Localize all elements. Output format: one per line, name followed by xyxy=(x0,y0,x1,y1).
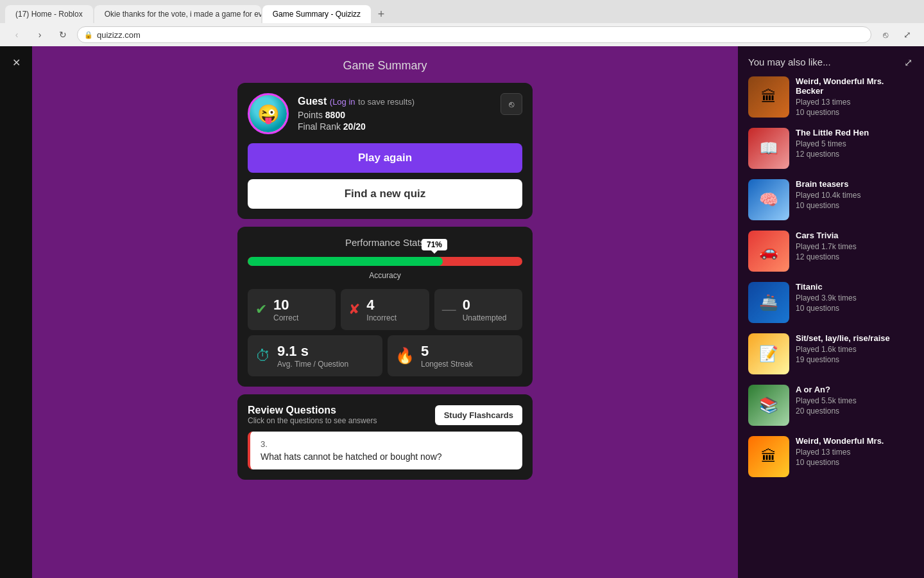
question-text: What hats cannot be hatched or bought no… xyxy=(261,451,512,462)
stat-incorrect-info: 4 Incorrect xyxy=(366,297,397,322)
performance-section: Performance Stats 71% Accuracy ✔ 10 Corr… xyxy=(237,227,533,387)
rec-played-titanic: Played 3.9k times xyxy=(796,293,914,302)
points-row: Points 8800 xyxy=(298,110,492,120)
correct-number: 10 xyxy=(273,297,298,313)
question-preview[interactable]: 3. What hats cannot be hatched or bought… xyxy=(248,432,522,469)
reload-button[interactable]: ↻ xyxy=(54,26,72,44)
incorrect-label: Incorrect xyxy=(366,313,397,322)
rec-thumb-titanic: 🚢 xyxy=(748,282,789,323)
rec-questions-weird-wonderful-2: 10 questions xyxy=(796,458,914,467)
question-number: 3. xyxy=(261,439,512,449)
study-flashcards-button[interactable]: Study Flashcards xyxy=(435,405,522,425)
tab-bar: (17) Home - Roblox Okie thanks for the v… xyxy=(0,0,924,23)
rec-thumb-cars-trivia: 🚗 xyxy=(748,231,789,272)
rec-questions-a-or-an: 20 questions xyxy=(796,407,914,416)
forward-button[interactable]: › xyxy=(31,26,49,44)
rec-name-brain-teasers: Brain teasers xyxy=(796,179,914,189)
summary-card: 😜 Guest (Log in to save results) Points … xyxy=(237,83,533,219)
right-sidebar: You may also like... 🏛 Weird, Wonderful … xyxy=(738,46,924,578)
share-icon: ⎋ xyxy=(509,99,514,109)
performance-title: Performance Stats xyxy=(248,237,522,248)
correct-icon: ✔ xyxy=(255,301,267,318)
rec-questions-weird-wonderful: 10 questions xyxy=(796,108,914,117)
stat-avg-time: ⏱ 9.1 s Avg. Time / Question xyxy=(248,335,382,376)
rec-thumb-weird-wonderful-2: 🏛 xyxy=(748,436,789,477)
rec-thumb-weird-wonderful: 🏛 xyxy=(748,76,789,118)
back-button[interactable]: ‹ xyxy=(8,26,26,44)
rec-item-a-or-an[interactable]: 📚 A or An? Played 5.5k times 20 question… xyxy=(748,385,914,426)
streak-number: 5 xyxy=(421,343,473,360)
review-subtitle: Click on the questions to see answers xyxy=(248,416,377,425)
avg-time-number: 9.1 s xyxy=(277,343,348,360)
user-row: 😜 Guest (Log in to save results) Points … xyxy=(248,93,522,134)
rec-questions-titanic: 10 questions xyxy=(796,304,914,313)
points-value: 8800 xyxy=(325,110,345,120)
url-text: quizizz.com xyxy=(97,30,141,40)
fullscreen-nav-button[interactable]: ⤢ xyxy=(898,26,916,44)
rec-item-little-red-hen[interactable]: 📖 The Little Red Hen Played 5 times 12 q… xyxy=(748,128,914,169)
share-nav-button[interactable]: ⎋ xyxy=(877,26,894,44)
rec-played-weird-wonderful-2: Played 13 times xyxy=(796,448,914,457)
rec-played-brain-teasers: Played 10.4k times xyxy=(796,191,914,200)
rec-item-sit-set[interactable]: 📝 Sit/set, lay/lie, rise/raise Played 1.… xyxy=(748,333,914,374)
tab-game[interactable]: Okie thanks for the vote, i made a game … xyxy=(94,5,261,23)
rec-name-a-or-an: A or An? xyxy=(796,385,914,394)
center-content: Game Summary 😜 Guest (Log in to save res… xyxy=(32,46,738,578)
lock-icon: 🔒 xyxy=(84,31,93,39)
rec-played-a-or-an: Played 5.5k times xyxy=(796,396,914,405)
page-title: Game Summary xyxy=(343,59,427,73)
rec-info-weird-wonderful-2: Weird, Wonderful Mrs. Played 13 times 10… xyxy=(796,436,914,477)
rec-played-sit-set: Played 1.6k times xyxy=(796,345,914,354)
tab-quizizz[interactable]: Game Summary - Quizizz xyxy=(262,5,371,23)
browser-chrome: (17) Home - Roblox Okie thanks for the v… xyxy=(0,0,924,46)
accuracy-bar-bg xyxy=(248,257,522,266)
rec-item-titanic[interactable]: 🚢 Titanic Played 3.9k times 10 questions xyxy=(748,282,914,323)
left-sidebar: ✕ xyxy=(0,46,32,578)
rec-info-brain-teasers: Brain teasers Played 10.4k times 10 ques… xyxy=(796,179,914,220)
unattempted-icon: — xyxy=(442,301,456,318)
rec-played-cars-trivia: Played 1.7k times xyxy=(796,242,914,251)
avg-time-label: Avg. Time / Question xyxy=(277,360,348,369)
streak-info: 5 Longest Streak xyxy=(421,343,473,369)
rec-info-cars-trivia: Cars Trivia Played 1.7k times 12 questio… xyxy=(796,231,914,272)
time-icon: ⏱ xyxy=(255,347,271,365)
stat-incorrect: ✘ 4 Incorrect xyxy=(341,289,429,330)
rank-row: Final Rank 20/20 xyxy=(298,121,492,132)
rec-played-weird-wonderful: Played 13 times xyxy=(796,98,914,107)
share-button[interactable]: ⎋ xyxy=(501,93,522,115)
rec-item-weird-wonderful[interactable]: 🏛 Weird, Wonderful Mrs. Becker Played 13… xyxy=(748,76,914,118)
rec-thumb-little-red-hen: 📖 xyxy=(748,128,789,169)
rec-name-little-red-hen: The Little Red Hen xyxy=(796,128,914,137)
play-again-button[interactable]: Play again xyxy=(248,143,522,173)
user-info: Guest (Log in to save results) Points 88… xyxy=(298,96,492,132)
rec-info-sit-set: Sit/set, lay/lie, rise/raise Played 1.6k… xyxy=(796,333,914,374)
nav-bar: ‹ › ↻ 🔒 quizizz.com ⎋ ⤢ xyxy=(0,23,924,46)
stats-grid2: ⏱ 9.1 s Avg. Time / Question 🔥 5 Longest… xyxy=(248,335,522,376)
main-area: ✕ Game Summary 😜 Guest (Log in to save r… xyxy=(0,46,924,578)
expand-icon: ⤢ xyxy=(904,57,912,69)
rec-name-sit-set: Sit/set, lay/lie, rise/raise xyxy=(796,333,914,343)
guest-label: Guest xyxy=(298,96,327,107)
close-button[interactable]: ✕ xyxy=(5,51,27,73)
review-section: Review Questions Click on the questions … xyxy=(237,394,533,480)
tab-roblox[interactable]: (17) Home - Roblox xyxy=(5,5,93,23)
rec-item-cars-trivia[interactable]: 🚗 Cars Trivia Played 1.7k times 12 quest… xyxy=(748,231,914,272)
log-in-link[interactable]: (Log in xyxy=(330,97,355,107)
review-header: Review Questions Click on the questions … xyxy=(248,405,522,425)
rec-questions-sit-set: 19 questions xyxy=(796,355,914,364)
accuracy-tooltip: 71% xyxy=(422,239,447,250)
expand-button[interactable]: ⤢ xyxy=(897,51,919,73)
stat-correct: ✔ 10 Correct xyxy=(248,289,336,330)
streak-icon: 🔥 xyxy=(395,347,415,365)
rec-item-weird-wonderful-2[interactable]: 🏛 Weird, Wonderful Mrs. Played 13 times … xyxy=(748,436,914,477)
new-tab-button[interactable]: + xyxy=(372,5,390,23)
rec-questions-cars-trivia: 12 questions xyxy=(796,252,914,261)
stat-unattempted-info: 0 Unattempted xyxy=(463,297,507,322)
accuracy-label: Accuracy xyxy=(248,271,522,280)
address-bar[interactable]: 🔒 quizizz.com xyxy=(77,26,871,43)
rec-name-cars-trivia: Cars Trivia xyxy=(796,231,914,240)
rec-item-brain-teasers[interactable]: 🧠 Brain teasers Played 10.4k times 10 qu… xyxy=(748,179,914,220)
find-quiz-button[interactable]: Find a new quiz xyxy=(248,179,522,209)
rec-info-little-red-hen: The Little Red Hen Played 5 times 12 que… xyxy=(796,128,914,169)
unattempted-number: 0 xyxy=(463,297,507,313)
